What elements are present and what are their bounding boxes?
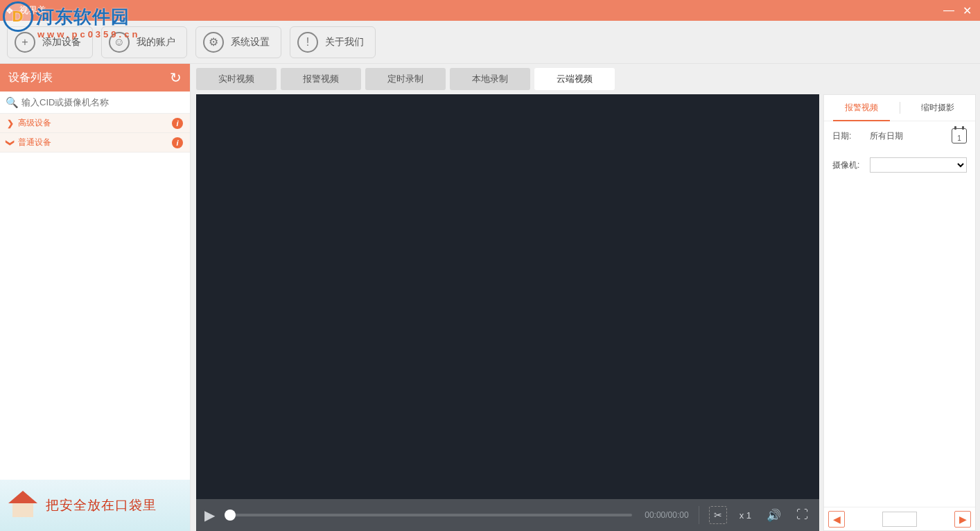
right-panel: 报警视频 缩时摄影 日期: 所有日期 1 摄像机: ◀ ▶	[823, 94, 976, 531]
device-sidebar: 设备列表 ↻ 🔍 ❯ 高级设备 i ❯ 普通设备 i 把安全放在口袋里	[0, 64, 191, 531]
rtab-timelapse[interactable]: 缩时摄影	[900, 95, 976, 121]
promo-text: 把安全放在口袋里	[46, 496, 157, 514]
fullscreen-button[interactable]: ⛶	[794, 508, 811, 522]
tab-local[interactable]: 本地录制	[450, 68, 530, 90]
app-logo-icon: ❖	[4, 5, 15, 16]
play-button[interactable]: ▶	[204, 507, 215, 523]
speed-button[interactable]: x 1	[737, 510, 754, 521]
minimize-button[interactable]: —	[940, 4, 958, 17]
chevron-right-icon: ❯	[7, 119, 14, 128]
tab-cloud[interactable]: 云端视频	[534, 68, 615, 90]
group-label: 高级设备	[18, 117, 172, 129]
house-icon	[6, 488, 40, 523]
date-value: 所有日期	[870, 130, 945, 142]
plus-icon: +	[15, 32, 35, 53]
group-label: 普通设备	[18, 137, 172, 148]
app-title: 视界美	[19, 4, 46, 17]
camera-label: 摄像机:	[832, 159, 863, 171]
about-us-label: 关于我们	[325, 36, 364, 49]
scissors-icon: ✂	[714, 510, 722, 521]
right-panel-tabs: 报警视频 缩时摄影	[824, 95, 975, 121]
camera-select[interactable]	[870, 157, 967, 173]
main-toolbar: + 添加设备 ☺ 我的账户 ⚙ 系统设置 ! 关于我们	[0, 21, 980, 64]
system-settings-label: 系统设置	[231, 36, 270, 49]
tab-alert[interactable]: 报警视频	[281, 68, 361, 90]
user-icon: ☺	[109, 32, 130, 53]
rtab-alert-video[interactable]: 报警视频	[824, 95, 900, 121]
date-label: 日期:	[832, 130, 863, 142]
sidebar-search: 🔍	[0, 92, 190, 114]
system-settings-button[interactable]: ⚙ 系统设置	[195, 26, 281, 58]
add-device-label: 添加设备	[42, 36, 81, 49]
progress-bar[interactable]	[227, 514, 632, 516]
search-input[interactable]	[21, 97, 187, 107]
refresh-icon[interactable]: ↻	[170, 69, 182, 86]
right-panel-nav: ◀ ▶	[824, 507, 975, 530]
gear-icon: ⚙	[203, 32, 224, 53]
about-us-button[interactable]: ! 关于我们	[290, 26, 376, 58]
device-group-advanced[interactable]: ❯ 高级设备 i	[0, 114, 190, 133]
search-icon: 🔍	[6, 96, 19, 109]
group-info-icon[interactable]: i	[172, 118, 183, 129]
close-button[interactable]: ✕	[958, 4, 976, 17]
group-info-icon[interactable]: i	[172, 137, 183, 148]
promo-banner[interactable]: 把安全放在口袋里	[0, 480, 190, 531]
chevron-right-icon: ❯	[6, 139, 15, 146]
tab-realtime[interactable]: 实时视频	[196, 68, 277, 90]
progress-knob[interactable]	[225, 510, 236, 521]
video-stage[interactable]	[196, 94, 819, 499]
page-input[interactable]	[882, 512, 917, 527]
add-device-button[interactable]: + 添加设备	[7, 26, 93, 58]
clip-button[interactable]: ✂	[709, 506, 727, 524]
my-account-label: 我的账户	[137, 36, 175, 49]
prev-page-button[interactable]: ◀	[828, 511, 845, 528]
device-group-normal[interactable]: ❯ 普通设备 i	[0, 133, 190, 153]
camera-row: 摄像机:	[824, 150, 975, 180]
volume-button[interactable]: 🔊	[764, 508, 784, 523]
time-display: 00:00/00:00	[645, 510, 688, 520]
sidebar-title: 设备列表	[8, 71, 53, 85]
tab-scheduled[interactable]: 定时录制	[365, 68, 446, 90]
sidebar-header: 设备列表 ↻	[0, 64, 190, 92]
info-icon: !	[297, 32, 318, 53]
next-page-button[interactable]: ▶	[954, 511, 971, 528]
date-row: 日期: 所有日期 1	[824, 121, 975, 150]
player-controls: ▶ 00:00/00:00 ✂ x 1 🔊 ⛶	[196, 499, 819, 531]
title-bar: ❖ 视界美 — ✕	[0, 0, 980, 21]
my-account-button[interactable]: ☺ 我的账户	[101, 26, 187, 58]
video-tabs: 实时视频 报警视频 定时录制 本地录制 云端视频	[196, 68, 976, 90]
calendar-icon[interactable]: 1	[952, 128, 967, 143]
